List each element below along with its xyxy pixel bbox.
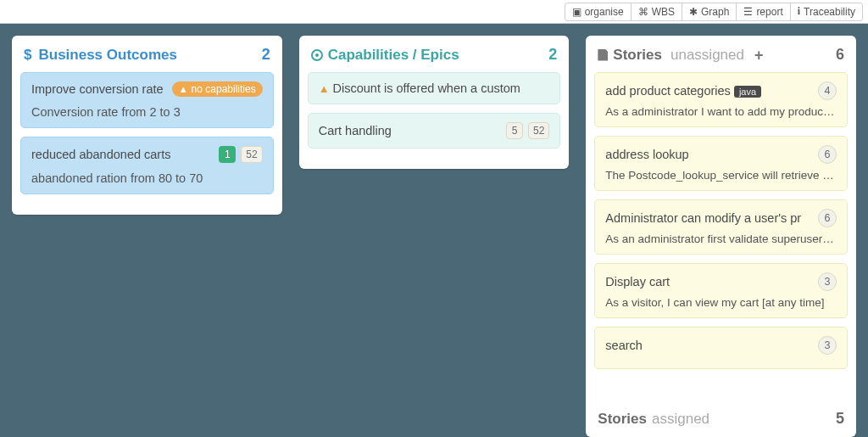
outcome-badge-a: 1 — [219, 146, 236, 163]
warning-icon: ▲ — [179, 84, 188, 94]
column-outcomes: Business Outcomes 2 Improve conversion r… — [12, 36, 282, 437]
stories-panel: Stories unassigned + 6 add product categ… — [586, 36, 856, 437]
epics-title: Capabilities / Epics — [328, 47, 459, 64]
story-name: add product categories — [605, 84, 731, 98]
stories-assigned-title: Stories — [598, 411, 647, 428]
stories-subtitle: unassigned — [670, 47, 744, 64]
story-card[interactable]: Display cart 3 As a visitor, I can view … — [594, 263, 848, 318]
outcome-desc: Conversion rate from 2 to 3 — [31, 105, 263, 119]
warning-icon: ▲ — [319, 82, 330, 95]
epics-count: 2 — [548, 46, 557, 64]
outcome-badge-b: 52 — [241, 146, 262, 163]
story-name: Display cart — [605, 275, 670, 289]
stories-assigned-subtitle: assigned — [652, 411, 709, 428]
dollar-icon — [24, 47, 33, 64]
outcomes-title: Business Outcomes — [38, 47, 176, 64]
epic-card[interactable]: ▲Discount is offered when a custom — [308, 72, 561, 104]
story-card[interactable]: Administrator can modify a user's pr 6 A… — [594, 199, 848, 255]
epic-card[interactable]: Cart handling 5 52 — [308, 113, 561, 148]
story-desc: The Postcode_lookup_service will retriev… — [605, 169, 837, 182]
epic-name: Discount is offered when a custom — [333, 81, 520, 95]
stories-assigned-count: 5 — [836, 410, 844, 428]
story-points: 3 — [818, 336, 837, 355]
story-desc: As an administrator first validate super… — [605, 233, 837, 245]
column-epics: Capabilities / Epics 2 ▲Discount is offe… — [299, 36, 570, 437]
story-name: Administrator can modify a user's pr — [605, 211, 801, 225]
add-story-button[interactable]: + — [754, 49, 764, 61]
outcomes-count: 2 — [262, 46, 270, 64]
outcome-name: reduced abandoned carts — [31, 148, 170, 161]
graph-icon: ✱ — [689, 6, 698, 18]
target-icon — [311, 49, 323, 61]
board: Business Outcomes 2 Improve conversion r… — [0, 24, 868, 437]
epic-badge-a: 5 — [506, 122, 523, 139]
wbs-icon: ⌘ — [638, 6, 648, 18]
tab-report[interactable]: ☰report — [736, 3, 790, 21]
story-card[interactable]: add product categories java 4 As a admin… — [594, 72, 848, 127]
story-points: 4 — [818, 81, 837, 100]
epics-panel: Capabilities / Epics 2 ▲Discount is offe… — [299, 36, 570, 169]
no-capabilities-pill: ▲no capabilities — [172, 81, 263, 97]
story-tag: java — [734, 86, 761, 98]
story-name: search — [605, 339, 643, 352]
info-icon: i — [798, 5, 800, 18]
story-desc: As a administrator I want to add my prod… — [605, 105, 837, 118]
outcomes-panel: Business Outcomes 2 Improve conversion r… — [12, 36, 282, 215]
epic-name: Cart handling — [319, 124, 392, 137]
outcome-name: Improve conversion rate — [31, 82, 164, 96]
stories-assigned-header: Stories assigned 5 — [594, 403, 848, 437]
story-points: 6 — [818, 145, 837, 164]
story-name: address lookup — [605, 148, 688, 161]
tab-traceability[interactable]: iTraceability — [790, 3, 863, 21]
organise-icon: ▣ — [572, 6, 581, 18]
story-card[interactable]: search 3 — [594, 327, 848, 369]
stories-count: 6 — [836, 46, 844, 64]
outcome-card[interactable]: reduced abandoned carts 1 52 abandoned r… — [20, 137, 274, 194]
file-icon — [598, 49, 608, 61]
outcome-card[interactable]: Improve conversion rate ▲no capabilities… — [20, 72, 274, 128]
top-tabs: ▣organise ⌘WBS ✱Graph ☰report iTraceabil… — [0, 0, 868, 24]
tab-graph[interactable]: ✱Graph — [682, 3, 737, 21]
report-icon: ☰ — [743, 6, 753, 18]
story-desc: As a visitor, I can view my cart [at any… — [605, 296, 837, 309]
outcome-desc: abandoned ration from 80 to 70 — [31, 171, 263, 185]
tab-wbs[interactable]: ⌘WBS — [631, 3, 682, 21]
story-card[interactable]: address lookup 6 The Postcode_lookup_ser… — [594, 136, 848, 191]
story-points: 6 — [818, 209, 837, 227]
story-points: 3 — [818, 272, 837, 291]
column-stories: Stories unassigned + 6 add product categ… — [586, 36, 856, 437]
stories-title: Stories — [613, 47, 662, 64]
epic-badge-b: 52 — [528, 122, 549, 139]
tab-organise[interactable]: ▣organise — [565, 3, 632, 21]
